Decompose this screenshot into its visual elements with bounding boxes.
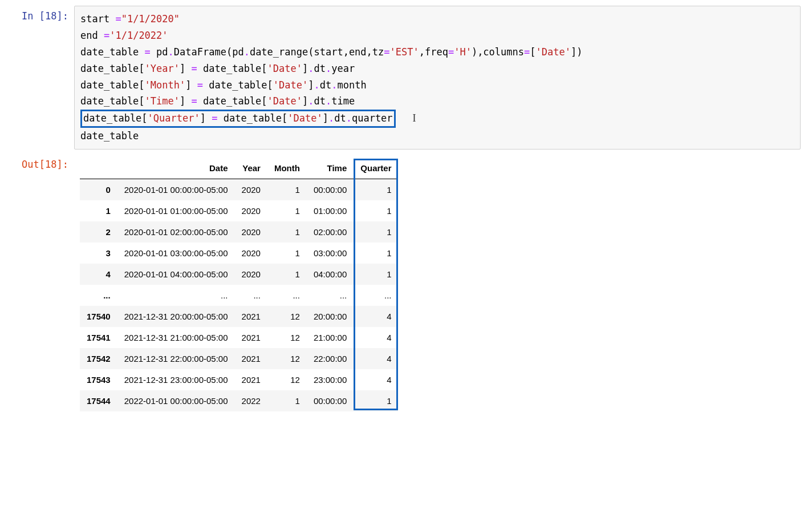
cell-quarter-value: 1 xyxy=(387,185,391,195)
cell-month: 12 xyxy=(267,369,307,390)
highlight-box-icon xyxy=(354,178,398,201)
cell-date: 2020-01-01 02:00:00-05:00 xyxy=(117,221,235,243)
cell-time: ... xyxy=(307,285,354,306)
code-run: . xyxy=(244,46,250,58)
cell-time: 23:00:00 xyxy=(307,369,354,390)
cell-date: 2020-01-01 04:00:00-05:00 xyxy=(117,264,235,285)
cell-time: 21:00:00 xyxy=(307,327,354,348)
code-run: ] xyxy=(180,95,191,107)
code-run: date_table[ xyxy=(80,95,145,107)
code-run: ] xyxy=(302,95,308,107)
code-run: "1/1/2020" xyxy=(121,13,180,25)
code-run: year xyxy=(331,63,355,74)
table-row: 175402021-12-31 20:00:00-05:0020211220:0… xyxy=(80,306,398,327)
code-run: = xyxy=(192,95,197,107)
col-year: Year xyxy=(235,157,267,179)
cell-quarter: 1 xyxy=(354,200,398,221)
cell-year: 2020 xyxy=(235,264,267,285)
code-run: ] xyxy=(185,79,197,91)
cell-quarter: 1 xyxy=(354,179,398,200)
row-index: 0 xyxy=(80,179,117,200)
cell-quarter-value: 1 xyxy=(387,269,391,279)
code-run: DataFrame(pd xyxy=(174,46,244,58)
table-row: 175442022-01-01 00:00:00-05:002022100:00… xyxy=(80,390,398,411)
input-cell: In [18]: start ="1/1/2020" end ='1/1/202… xyxy=(11,6,801,150)
code-run: '1/1/2022' xyxy=(109,30,168,41)
cell-date: 2021-12-31 23:00:00-05:00 xyxy=(117,369,235,390)
code-run: = xyxy=(145,46,151,58)
row-index: 17544 xyxy=(80,390,117,411)
code-run: month xyxy=(337,79,366,91)
cell-date: ... xyxy=(117,285,235,306)
code-run: [ xyxy=(530,46,535,58)
cell-month: 1 xyxy=(267,243,307,264)
cell-month: 1 xyxy=(267,221,307,243)
cell-quarter-value: 4 xyxy=(387,354,391,364)
table-row: 22020-01-01 02:00:00-05:002020102:00:001 xyxy=(80,221,398,243)
code-run: time xyxy=(331,95,355,107)
col-month: Month xyxy=(267,157,307,179)
cell-quarter: 1 xyxy=(354,264,398,285)
highlight-box-icon xyxy=(354,199,398,223)
cell-time: 04:00:00 xyxy=(307,264,354,285)
cell-date: 2020-01-01 00:00:00-05:00 xyxy=(117,179,235,200)
code-run: ] xyxy=(180,63,191,74)
highlight-box-icon xyxy=(354,326,398,349)
highlight-box-icon xyxy=(354,241,398,265)
cell-year: 2021 xyxy=(235,306,267,327)
code-run: ] xyxy=(200,112,212,124)
cell-quarter: 1 xyxy=(354,243,398,264)
code-run: date_table xyxy=(80,130,139,142)
code-run: date_table[ xyxy=(203,79,273,91)
cell-quarter: ... xyxy=(354,285,398,306)
code-run: = xyxy=(104,30,109,41)
cell-month: 12 xyxy=(267,306,307,327)
col-quarter-label: Quarter xyxy=(360,163,391,173)
cell-time: 02:00:00 xyxy=(307,221,354,243)
highlight-box-icon xyxy=(354,389,398,410)
table-row: 175412021-12-31 21:00:00-05:0020211221:0… xyxy=(80,327,398,348)
code-run: dt xyxy=(320,79,331,91)
cell-date: 2021-12-31 20:00:00-05:00 xyxy=(117,306,235,327)
code-run: end xyxy=(80,30,104,41)
table-row: 12020-01-01 01:00:00-05:002020101:00:001 xyxy=(80,200,398,221)
cell-quarter-value: 1 xyxy=(387,248,391,258)
cell-date: 2020-01-01 01:00:00-05:00 xyxy=(117,200,235,221)
code-run: 'Month' xyxy=(145,79,186,91)
cell-year: 2020 xyxy=(235,200,267,221)
row-index: 1 xyxy=(80,200,117,221)
cell-date: 2021-12-31 22:00:00-05:00 xyxy=(117,348,235,369)
cell-month: 1 xyxy=(267,390,307,411)
code-run: date_table[ xyxy=(80,63,145,74)
code-run: date_table[ xyxy=(197,95,267,107)
cell-quarter-value: ... xyxy=(384,290,392,300)
code-run: 'Date' xyxy=(267,95,302,107)
table-row: 42020-01-01 04:00:00-05:002020104:00:001 xyxy=(80,264,398,285)
cell-month: ... xyxy=(267,285,307,306)
cell-date: 2022-01-01 00:00:00-05:00 xyxy=(117,390,235,411)
cell-year: 2020 xyxy=(235,179,267,200)
row-index: 17540 xyxy=(80,306,117,327)
code-run: 'H' xyxy=(454,46,472,58)
table-row: 02020-01-01 00:00:00-05:002020100:00:001 xyxy=(80,179,398,200)
cell-quarter: 4 xyxy=(354,369,398,390)
cell-month: 1 xyxy=(267,179,307,200)
code-run: 'Time' xyxy=(145,95,180,107)
code-run: date_table[ xyxy=(80,79,145,91)
code-run: 'Date' xyxy=(273,79,308,91)
code-run: . xyxy=(326,63,331,74)
code-run: pd xyxy=(151,46,168,58)
code-run: ,freq xyxy=(419,46,448,58)
code-run: date_table[ xyxy=(217,112,287,124)
cell-quarter: 4 xyxy=(354,348,398,369)
code-run: date_range(start,end,tz xyxy=(250,46,384,58)
cell-year: ... xyxy=(235,285,267,306)
code-run: ]) xyxy=(571,46,582,58)
code-input[interactable]: start ="1/1/2020" end ='1/1/2022' date_t… xyxy=(74,6,801,150)
cell-year: 2022 xyxy=(235,390,267,411)
cell-year: 2020 xyxy=(235,221,267,243)
code-run: dt xyxy=(314,63,326,74)
row-index: ... xyxy=(80,285,117,306)
dataframe-table: Date Year Month Time Quarter 02020-01-01… xyxy=(80,157,398,411)
cell-date: 2021-12-31 21:00:00-05:00 xyxy=(117,327,235,348)
